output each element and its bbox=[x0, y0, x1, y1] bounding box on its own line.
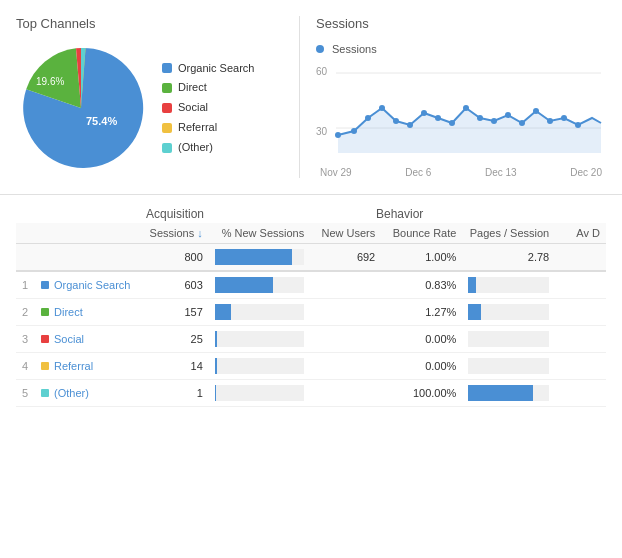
table-row: 4Referral140.00% bbox=[16, 353, 606, 380]
svg-point-12 bbox=[421, 110, 427, 116]
legend-label-referral: Referral bbox=[178, 118, 217, 138]
svg-text:30: 30 bbox=[316, 126, 328, 137]
sessions-title: Sessions bbox=[316, 16, 606, 31]
svg-point-17 bbox=[491, 118, 497, 124]
svg-point-20 bbox=[533, 108, 539, 114]
total-sessions: 800 bbox=[138, 244, 209, 272]
legend-social: Social bbox=[162, 98, 254, 118]
channel-link[interactable]: Referral bbox=[54, 360, 93, 372]
th-new-sessions: % New Sessions bbox=[209, 223, 310, 244]
avg-duration-value bbox=[555, 380, 606, 407]
channel-link[interactable]: Social bbox=[54, 333, 84, 345]
channel-cell[interactable]: 3Social bbox=[16, 326, 138, 353]
sessions-value: 603 bbox=[138, 271, 209, 299]
legend-dot-direct bbox=[162, 83, 172, 93]
channel-icon bbox=[41, 362, 49, 370]
new-users-value bbox=[310, 326, 381, 353]
total-new-sessions-bar bbox=[209, 244, 310, 272]
legend-label-organic: Organic Search bbox=[178, 59, 254, 79]
x-label-dec6: Dec 6 bbox=[405, 167, 431, 178]
pie-chart: 75.4% 19.6% bbox=[16, 43, 146, 173]
total-new-users: 692 bbox=[310, 244, 381, 272]
bounce-rate-value: 0.00% bbox=[381, 326, 462, 353]
bottom-section: Acquisition Behavior Sessions ↓ % New Se… bbox=[0, 195, 622, 419]
table-row: 1Organic Search6030.83% bbox=[16, 271, 606, 299]
new-users-value bbox=[310, 299, 381, 326]
legend-dot-referral bbox=[162, 123, 172, 133]
svg-point-19 bbox=[519, 120, 525, 126]
total-label bbox=[16, 244, 138, 272]
x-axis-labels: Nov 29 Dec 6 Dec 13 Dec 20 bbox=[316, 167, 606, 178]
channel-cell[interactable]: 5(Other) bbox=[16, 380, 138, 407]
pages-session-bar bbox=[462, 326, 555, 353]
pages-session-bar bbox=[462, 380, 555, 407]
bounce-rate-value: 0.83% bbox=[381, 271, 462, 299]
legend-dot-organic bbox=[162, 63, 172, 73]
th-sessions[interactable]: Sessions ↓ bbox=[138, 223, 209, 244]
channel-icon bbox=[41, 335, 49, 343]
new-sessions-bar bbox=[209, 326, 310, 353]
svg-point-23 bbox=[575, 122, 581, 128]
table-row: 3Social250.00% bbox=[16, 326, 606, 353]
svg-point-11 bbox=[407, 122, 413, 128]
table-header-row: Sessions ↓ % New Sessions New Users Boun… bbox=[16, 223, 606, 244]
svg-text:60: 60 bbox=[316, 66, 328, 77]
sessions-line-chart: 60 30 bbox=[316, 63, 606, 163]
data-table: Sessions ↓ % New Sessions New Users Boun… bbox=[16, 223, 606, 407]
channel-link[interactable]: (Other) bbox=[54, 387, 89, 399]
svg-point-13 bbox=[435, 115, 441, 121]
new-sessions-bar bbox=[209, 380, 310, 407]
channel-cell[interactable]: 4Referral bbox=[16, 353, 138, 380]
channel-link[interactable]: Organic Search bbox=[54, 279, 130, 291]
legend-organic: Organic Search bbox=[162, 59, 254, 79]
th-new-users: New Users bbox=[310, 223, 381, 244]
sessions-legend-label: Sessions bbox=[332, 43, 377, 55]
table-row: 2Direct1571.27% bbox=[16, 299, 606, 326]
svg-point-9 bbox=[379, 105, 385, 111]
pages-session-bar bbox=[462, 299, 555, 326]
legend-label-other: (Other) bbox=[178, 138, 213, 158]
pie-legend: Organic Search Direct Social Referral (O… bbox=[162, 59, 254, 158]
channel-link[interactable]: Direct bbox=[54, 306, 83, 318]
svg-point-15 bbox=[463, 105, 469, 111]
pages-session-bar bbox=[462, 271, 555, 299]
legend-label-direct: Direct bbox=[178, 78, 207, 98]
sessions-value: 14 bbox=[138, 353, 209, 380]
acquisition-label: Acquisition bbox=[146, 207, 376, 221]
new-sessions-bar bbox=[209, 353, 310, 380]
svg-point-6 bbox=[335, 132, 341, 138]
legend-other: (Other) bbox=[162, 138, 254, 158]
table-row: 5(Other)1100.00% bbox=[16, 380, 606, 407]
avg-duration-value bbox=[555, 353, 606, 380]
svg-point-18 bbox=[505, 112, 511, 118]
total-pages-session: 2.78 bbox=[462, 244, 555, 272]
channel-cell[interactable]: 2Direct bbox=[16, 299, 138, 326]
svg-point-22 bbox=[561, 115, 567, 121]
svg-point-21 bbox=[547, 118, 553, 124]
channel-icon bbox=[41, 281, 49, 289]
x-label-nov29: Nov 29 bbox=[320, 167, 352, 178]
new-users-value bbox=[310, 271, 381, 299]
top-channels-title: Top Channels bbox=[16, 16, 283, 31]
bounce-rate-value: 1.27% bbox=[381, 299, 462, 326]
total-bounce-rate: 1.00% bbox=[381, 244, 462, 272]
x-label-dec20: Dec 20 bbox=[570, 167, 602, 178]
avg-duration-value bbox=[555, 326, 606, 353]
legend-label-social: Social bbox=[178, 98, 208, 118]
th-bounce-rate: Bounce Rate bbox=[381, 223, 462, 244]
svg-point-16 bbox=[477, 115, 483, 121]
sessions-panel: Sessions Sessions 60 30 bbox=[300, 16, 622, 178]
new-sessions-bar bbox=[209, 271, 310, 299]
top-channels-panel: Top Channels 75.4% 19.6% bbox=[0, 16, 300, 178]
x-label-dec13: Dec 13 bbox=[485, 167, 517, 178]
legend-referral: Referral bbox=[162, 118, 254, 138]
sessions-value: 25 bbox=[138, 326, 209, 353]
avg-duration-value bbox=[555, 299, 606, 326]
channel-cell[interactable]: 1Organic Search bbox=[16, 271, 138, 299]
avg-duration-value bbox=[555, 271, 606, 299]
new-sessions-bar bbox=[209, 299, 310, 326]
channel-icon bbox=[41, 308, 49, 316]
svg-text:19.6%: 19.6% bbox=[36, 76, 64, 87]
channel-icon bbox=[41, 389, 49, 397]
th-pages-session: Pages / Session bbox=[462, 223, 555, 244]
